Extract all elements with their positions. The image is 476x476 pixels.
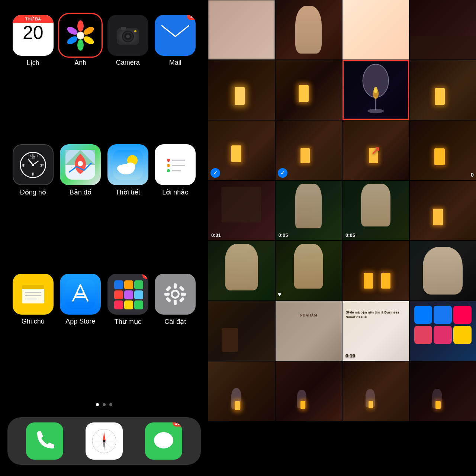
- page-indicator: [0, 392, 208, 417]
- photo-app-grid[interactable]: [410, 301, 476, 361]
- photo-9[interactable]: ✓: [208, 120, 275, 180]
- app-reminders[interactable]: Lời nhắc: [154, 144, 197, 263]
- heart-badge: ♥: [278, 290, 282, 298]
- app-label-appstore: App Store: [65, 318, 95, 325]
- notes-icon: [18, 279, 48, 309]
- photo-17[interactable]: [208, 241, 275, 300]
- check-1: ✓: [210, 168, 220, 178]
- app-label-mail: Mail: [169, 59, 181, 67]
- svg-text:1: 1: [37, 155, 38, 158]
- svg-point-15: [134, 30, 136, 32]
- app-label-calendar: Lịch: [27, 59, 39, 67]
- photo-15[interactable]: 0:05: [342, 181, 409, 240]
- photo-1[interactable]: [208, 0, 275, 60]
- app-mail[interactable]: 13 Mail: [154, 15, 197, 133]
- app-grid: THỨ BA 20 Lịch Ảnh: [0, 0, 208, 392]
- app-camera[interactable]: Camera: [106, 15, 150, 133]
- clock-icon: 12 3 6 9 11 1: [19, 151, 47, 179]
- photo-screenshot-1[interactable]: [208, 301, 275, 361]
- photo-12[interactable]: 0: [410, 120, 476, 180]
- svg-rect-14: [121, 27, 126, 30]
- arrow-indicator: ↗: [371, 143, 381, 157]
- photo-10[interactable]: ✓: [276, 120, 342, 180]
- photo-24[interactable]: [410, 361, 476, 421]
- svg-point-7: [77, 32, 84, 39]
- photo-3[interactable]: [342, 0, 409, 60]
- app-label-notes: Ghi chú: [22, 318, 45, 325]
- app-calendar[interactable]: THỨ BA 20 Lịch: [11, 15, 55, 133]
- app-weather[interactable]: Thời tiết: [106, 144, 150, 263]
- svg-point-83: [374, 87, 377, 93]
- dot-1: [96, 403, 99, 406]
- svg-rect-62: [164, 293, 170, 296]
- svg-point-30: [32, 164, 34, 166]
- photo-16[interactable]: [410, 181, 476, 240]
- photo-13[interactable]: 0:01: [208, 181, 275, 240]
- svg-point-43: [167, 169, 170, 172]
- photo-text-overlay[interactable]: Style mà bạn nên tìm là Business Smart C…: [342, 301, 409, 361]
- svg-point-76: [103, 440, 105, 442]
- app-label-weather: Thời tiết: [116, 188, 140, 196]
- dock-safari[interactable]: [86, 422, 123, 460]
- photos-icon: [65, 20, 96, 51]
- photo-6[interactable]: [276, 60, 342, 120]
- dot-3: [109, 403, 112, 406]
- photos-grid[interactable]: ✓ ✓ ↗ 0 0:01 0:05: [208, 0, 476, 476]
- messages-badge: 214: [173, 422, 182, 427]
- svg-text:12: 12: [31, 155, 35, 159]
- app-maps[interactable]: Bản đồ: [59, 144, 103, 263]
- photo-22[interactable]: [276, 361, 342, 421]
- mail-icon: [161, 25, 189, 46]
- video-duration-3: 0:05: [345, 232, 355, 238]
- app-settings[interactable]: Cài đặt: [154, 274, 197, 392]
- wine-glass-svg: [342, 60, 409, 120]
- svg-point-59: [173, 292, 178, 297]
- reminders-icon: [160, 150, 190, 180]
- settings-icon: [161, 280, 190, 309]
- dock-phone[interactable]: [26, 422, 63, 460]
- appstore-icon: [65, 279, 95, 309]
- check-2: ✓: [278, 168, 287, 178]
- maps-icon: [65, 150, 95, 180]
- messages-icon: [152, 429, 176, 453]
- photo-5[interactable]: [208, 60, 275, 120]
- video-duration-4: 0:19: [345, 353, 355, 358]
- photo-8[interactable]: [410, 60, 476, 120]
- svg-text:6: 6: [32, 172, 34, 176]
- app-label-reminders: Lời nhắc: [162, 188, 188, 196]
- app-label-folder: Thư mục: [115, 318, 141, 326]
- svg-text:11: 11: [28, 155, 31, 158]
- zero-badge: 0: [471, 171, 474, 178]
- svg-point-4: [77, 39, 84, 51]
- dot-2: [103, 403, 106, 406]
- app-folder[interactable]: 1 Thư mục: [106, 274, 150, 392]
- app-label-camera: Camera: [116, 59, 140, 67]
- app-label-photos: Ảnh: [74, 59, 86, 67]
- app-appstore[interactable]: App Store: [59, 274, 103, 392]
- photo-2[interactable]: [276, 0, 342, 60]
- svg-point-41: [167, 159, 170, 162]
- photo-4[interactable]: [410, 0, 476, 60]
- svg-rect-61: [174, 300, 177, 305]
- svg-point-34: [78, 161, 83, 166]
- photo-18[interactable]: ♥: [276, 241, 342, 300]
- dock-messages[interactable]: 214: [145, 422, 182, 460]
- photo-23[interactable]: [342, 361, 409, 421]
- photo-11[interactable]: ↗: [342, 120, 409, 180]
- app-clock[interactable]: 12 3 6 9 11 1 Đồng hồ: [11, 144, 55, 263]
- dock: 214: [7, 417, 201, 465]
- photo-21[interactable]: [208, 361, 275, 421]
- photo-14[interactable]: 0:05: [276, 181, 342, 240]
- svg-point-81: [367, 109, 384, 113]
- photo-19[interactable]: [342, 241, 409, 300]
- svg-point-1: [77, 20, 84, 32]
- photo-20[interactable]: [410, 241, 476, 300]
- svg-rect-48: [22, 287, 44, 303]
- app-photos[interactable]: Ảnh: [59, 15, 103, 133]
- app-notes[interactable]: Ghi chú: [11, 274, 55, 392]
- video-duration-1: 0:01: [211, 232, 221, 238]
- photo-screenshot-2[interactable]: NHAHÀM: [276, 301, 342, 361]
- svg-text:3: 3: [40, 164, 42, 167]
- mail-badge: 13: [187, 15, 196, 20]
- photo-wine-selected[interactable]: [342, 60, 409, 120]
